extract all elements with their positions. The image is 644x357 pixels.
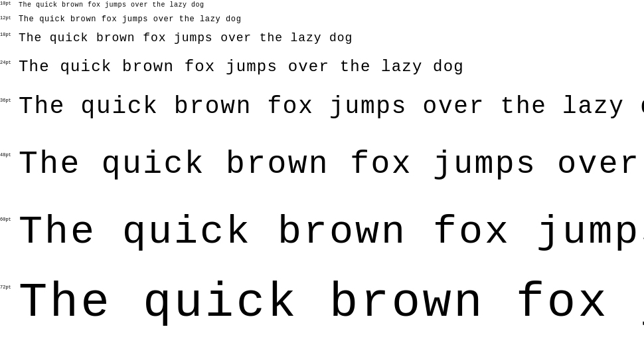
font-row-36pt: 36pt The quick brown fox jumps over the … bbox=[0, 93, 644, 120]
font-row-72pt: 72pt The quick brown fox jumps over the … bbox=[0, 276, 644, 330]
sample-text-48pt: The quick brown fox jumps over the lazy … bbox=[19, 146, 644, 182]
size-label-60pt: 60pt bbox=[0, 217, 11, 222]
font-preview-container: 10pt The quick brown fox jumps over the … bbox=[0, 0, 644, 357]
sample-text-72pt: The quick brown fox jumps over the lazy … bbox=[19, 276, 644, 330]
size-label-72pt: 72pt bbox=[0, 285, 11, 290]
font-row-24pt: 24pt The quick brown fox jumps over the … bbox=[0, 58, 644, 76]
size-label-24pt: 24pt bbox=[0, 60, 11, 65]
sample-text-18pt: The quick brown fox jumps over the lazy … bbox=[19, 31, 353, 45]
size-label-10pt: 10pt bbox=[0, 1, 11, 6]
sample-text-60pt: The quick brown fox jumps over the lazy … bbox=[19, 209, 644, 255]
font-row-18pt: 18pt The quick brown fox jumps over the … bbox=[0, 31, 644, 45]
font-row-60pt: 60pt The quick brown fox jumps over the … bbox=[0, 209, 644, 255]
font-row-48pt: 48pt The quick brown fox jumps over the … bbox=[0, 146, 644, 182]
size-label-12pt: 12pt bbox=[0, 16, 11, 21]
font-row-10pt: 10pt The quick brown fox jumps over the … bbox=[0, 1, 644, 9]
font-row-12pt: 12pt The quick brown fox jumps over the … bbox=[0, 15, 644, 24]
sample-text-12pt: The quick brown fox jumps over the lazy … bbox=[19, 15, 241, 24]
size-label-48pt: 48pt bbox=[0, 153, 11, 158]
size-label-18pt: 18pt bbox=[0, 33, 11, 37]
sample-text-10pt: The quick brown fox jumps over the lazy … bbox=[19, 1, 204, 9]
sample-text-24pt: The quick brown fox jumps over the lazy … bbox=[19, 58, 464, 76]
size-label-36pt: 36pt bbox=[0, 98, 11, 103]
sample-text-36pt: The quick brown fox jumps over the lazy … bbox=[19, 93, 644, 120]
